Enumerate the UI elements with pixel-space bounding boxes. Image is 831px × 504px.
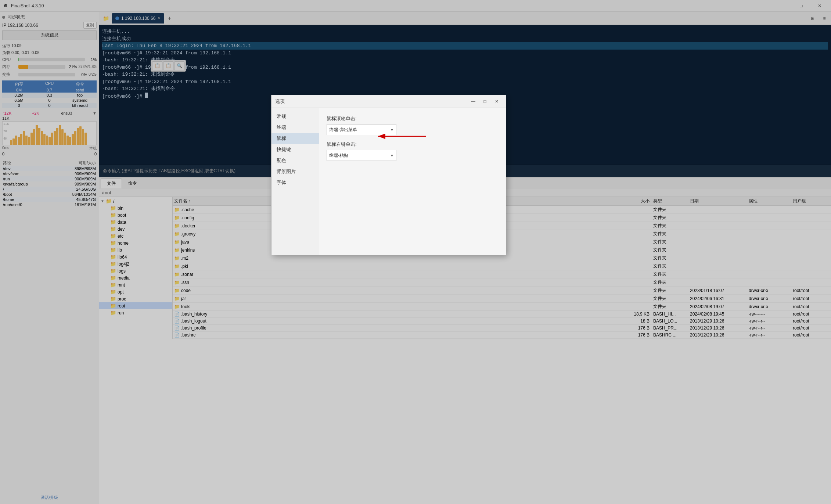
dialog-controls: — □ ✕ [468,97,502,105]
right-click-field: 鼠标右键单击: 终端-粘贴 ▼ [327,141,499,161]
scroll-click-arrow: ▼ [390,128,394,132]
dialog-overlay: 选项 — □ ✕ 常规终端鼠标快捷键配色背景图片字体 鼠标滚轮单击: 终端-弹出… [0,0,831,504]
right-click-select[interactable]: 终端-粘贴 ▼ [327,150,396,161]
dialog-nav-item[interactable]: 字体 [271,177,319,188]
dialog-nav-item[interactable]: 终端 [271,122,319,133]
dialog-minimize-btn[interactable]: — [468,97,479,105]
dialog-maximize-btn[interactable]: □ [479,97,490,105]
options-dialog: 选项 — □ ✕ 常规终端鼠标快捷键配色背景图片字体 鼠标滚轮单击: 终端-弹出… [271,95,506,255]
scroll-click-value: 终端-弹出菜单 [329,127,357,133]
dialog-body: 常规终端鼠标快捷键配色背景图片字体 鼠标滚轮单击: 终端-弹出菜单 ▼ 鼠标右键… [271,108,506,255]
scroll-click-label: 鼠标滚轮单击: [327,115,499,122]
right-click-arrow: ▼ [390,154,394,158]
dialog-nav-item[interactable]: 背景图片 [271,166,319,177]
right-click-label: 鼠标右键单击: [327,141,499,148]
dialog-nav-item[interactable]: 配色 [271,155,319,166]
dialog-nav-item[interactable]: 鼠标 [271,133,319,144]
right-click-value: 终端-粘贴 [329,152,348,159]
dialog-nav-item[interactable]: 常规 [271,111,319,122]
scroll-click-select[interactable]: 终端-弹出菜单 ▼ [327,124,396,135]
scroll-click-field: 鼠标滚轮单击: 终端-弹出菜单 ▼ [327,115,499,135]
dialog-nav-item[interactable]: 快捷键 [271,144,319,155]
dialog-titlebar: 选项 — □ ✕ [271,95,506,108]
dialog-close-btn[interactable]: ✕ [491,97,502,105]
dialog-nav: 常规终端鼠标快捷键配色背景图片字体 [271,108,319,255]
dialog-title: 选项 [275,98,285,105]
dialog-content: 鼠标滚轮单击: 终端-弹出菜单 ▼ 鼠标右键单击: 终端-粘贴 ▼ [319,108,506,255]
